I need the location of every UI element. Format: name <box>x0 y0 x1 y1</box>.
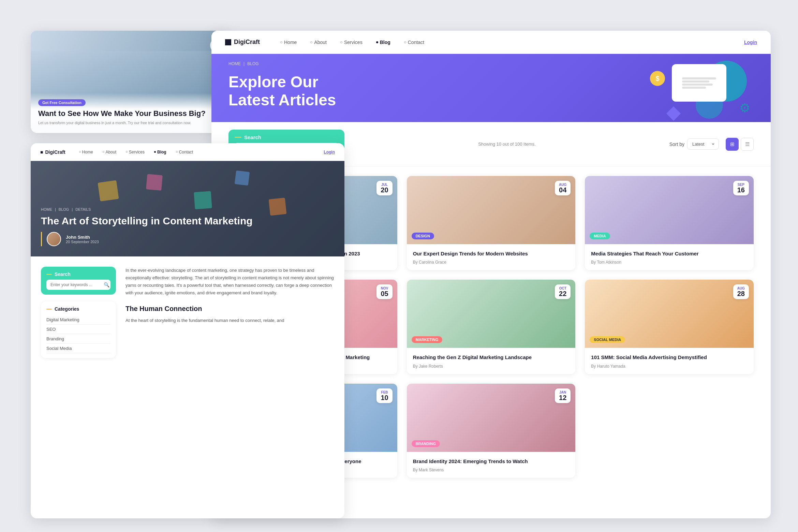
blog-card-author-3: By Tom Atkinson <box>591 260 748 265</box>
detail-hero-content: HOME | BLOG | DETAILS The Art of Storyte… <box>41 207 334 246</box>
detail-hero: HOME | BLOG | DETAILS The Art of Storyte… <box>31 161 344 256</box>
cat-badge-5: MARKETING <box>412 336 443 343</box>
view-toggle-btns: ⊞ ☰ <box>726 138 754 151</box>
blog-card-title-8: Brand Identity 2024: Emerging Trends to … <box>413 458 570 465</box>
detail-section-text: At the heart of storytelling is the fund… <box>125 317 334 324</box>
detail-logo-icon: ■ <box>40 149 43 155</box>
blog-card-title-6: 101 SMM: Social Media Advertising Demyst… <box>591 354 748 361</box>
deco-gear: ⚙ <box>739 101 750 115</box>
nav-link-services[interactable]: Services <box>340 40 363 45</box>
detail-nav-logo: ■ DigiCraft <box>40 149 65 155</box>
detail-categories-widget: Categories Digital Marketing SEO Brandin… <box>41 301 116 358</box>
blog-card-img-3: SEP 16 MEDIA <box>585 176 754 244</box>
detail-body-layout: Search 🔍 Categories Digital Marketing SE… <box>31 256 344 368</box>
detail-nav-bar: ■ DigiCraft Home About Services Blog <box>31 143 344 161</box>
nav-dot-blog <box>376 41 378 43</box>
hero-breadcrumb: HOME | BLOG <box>228 61 258 66</box>
detail-category-item-1[interactable]: Digital Marketing <box>46 315 110 325</box>
nav-dot-about <box>310 41 312 43</box>
blog-card-3[interactable]: SEP 16 MEDIA Media Strategies That Reach… <box>585 176 754 270</box>
deco-diamond <box>666 106 681 121</box>
detail-logo-text: DigiCraft <box>45 149 65 155</box>
cat-badge-2: DESIGN <box>412 233 434 239</box>
detail-search-icon: 🔍 <box>104 282 109 287</box>
detail-search-label: Search <box>46 271 110 277</box>
detail-nav-dot-services <box>126 151 128 153</box>
hero-banner: HOME | BLOG Explore Our Latest Articles … <box>211 54 771 122</box>
blog-card-author-6: By Haruto Yamada <box>591 364 748 369</box>
blog-card-title-5: Reaching the Gen Z Digital Marketing Lan… <box>413 354 570 361</box>
search-label: Search <box>235 134 338 140</box>
sortby-dropdown[interactable]: Latest Oldest Popular <box>687 138 719 150</box>
detail-nav-contact[interactable]: Contact <box>176 150 193 154</box>
nav-links: Home About Services Blog Contact <box>280 40 744 45</box>
blog-card-img-2: AUG 04 DESIGN <box>407 176 576 244</box>
grid-view-button[interactable]: ⊞ <box>726 138 739 151</box>
detail-nav-dot-home <box>79 151 81 153</box>
detail-author-row: John Smith 20 September 2023 <box>41 232 334 246</box>
detail-search-input-wrap[interactable]: 🔍 <box>46 280 110 290</box>
blog-card-5[interactable]: OCT 22 MARKETING Reaching the Gen Z Digi… <box>407 280 576 374</box>
detail-nav-blog[interactable]: Blog <box>154 150 166 154</box>
date-badge-4: NOV 05 <box>376 284 392 299</box>
topleft-title: Want to See How We Make Your Business Bi… <box>38 109 224 118</box>
logo-icon: ■ <box>225 39 231 45</box>
list-view-button[interactable]: ☰ <box>741 138 754 151</box>
detail-sidebar: Search 🔍 Categories Digital Marketing SE… <box>41 267 116 358</box>
blog-card-img-5: OCT 22 MARKETING <box>407 280 576 348</box>
consultation-badge: Get Free Consultation <box>38 99 86 106</box>
nav-link-about[interactable]: About <box>310 40 327 45</box>
blog-card-author-5: By Jake Roberts <box>413 364 570 369</box>
detail-search-widget: Search 🔍 <box>41 267 116 295</box>
date-badge-6: AUG 28 <box>733 284 749 299</box>
topleft-preview-card: ▶ Get Free Consultation Want to See How … <box>31 31 232 133</box>
detail-nav-about[interactable]: About <box>103 150 116 154</box>
blog-card-6[interactable]: AUG 28 SOCIAL MEDIA 101 SMM: Social Medi… <box>585 280 754 374</box>
detail-categories-label: Categories <box>46 306 110 312</box>
detail-body-text: In the ever-evolving landscape of conten… <box>125 267 334 297</box>
detail-nav-dot-about <box>103 151 104 153</box>
cat-badge-8: BRANDING <box>412 440 440 447</box>
blog-card-8[interactable]: JAN 12 BRANDING Brand Identity 2024: Eme… <box>407 384 576 478</box>
logo-text: DigiCraft <box>234 39 260 46</box>
nav-link-blog[interactable]: Blog <box>376 40 390 45</box>
detail-category-item-4[interactable]: Social Media <box>46 344 110 353</box>
blog-card-title-3: Media Strategies That Reach Your Custome… <box>591 250 748 257</box>
date-badge-3: SEP 16 <box>733 181 749 195</box>
detail-main-content: In the ever-evolving landscape of conten… <box>125 267 334 358</box>
detail-author-avatar <box>47 232 61 246</box>
deco-dollar: $ <box>650 71 665 86</box>
date-badge-2: AUG 04 <box>555 181 571 195</box>
nav-dot-services <box>340 41 342 43</box>
detail-category-item-3[interactable]: Branding <box>46 334 110 344</box>
blog-card-2[interactable]: AUG 04 DESIGN Our Expert Design Trends f… <box>407 176 576 270</box>
detail-author-date: 20 September 2023 <box>66 240 99 244</box>
detail-section-title: The Human Connection <box>125 305 334 313</box>
nav-bar: ■ DigiCraft Home About Services Blog <box>211 31 771 54</box>
hero-deco: $ ⚙ <box>614 54 757 122</box>
showing-text: Showing 10 out of 100 Items. <box>351 142 663 147</box>
date-badge-5: OCT 22 <box>555 284 571 299</box>
detail-nav-links: Home About Services Blog Contact <box>79 150 324 154</box>
hero-title: Explore Our Latest Articles <box>228 73 336 109</box>
blog-card-title-2: Our Expert Design Trends for Modern Webs… <box>413 250 570 257</box>
detail-nav-dot-blog <box>154 151 156 153</box>
cat-badge-3: MEDIA <box>590 233 610 239</box>
date-badge-7: FEB 10 <box>376 388 392 403</box>
blog-card-author-2: By Carolina Grace <box>413 260 570 265</box>
detail-search-input[interactable] <box>50 282 102 287</box>
sortby-wrap: Sort by Latest Oldest Popular <box>669 138 719 150</box>
detail-author-name: John Smith <box>66 235 99 240</box>
detail-breadcrumb: HOME | BLOG | DETAILS <box>41 207 334 211</box>
sortby-label: Sort by <box>669 142 684 147</box>
blog-detail-card: ■ DigiCraft Home About Services Blog <box>31 143 344 518</box>
nav-logo: ■ DigiCraft <box>225 39 260 46</box>
detail-nav-login[interactable]: Login <box>324 150 335 154</box>
detail-nav-services[interactable]: Services <box>126 150 145 154</box>
nav-link-home[interactable]: Home <box>280 40 297 45</box>
date-badge-1: JUL 20 <box>376 181 392 195</box>
nav-login-link[interactable]: Login <box>744 40 757 45</box>
nav-link-contact[interactable]: Contact <box>404 40 424 45</box>
detail-category-item-2[interactable]: SEO <box>46 325 110 334</box>
detail-nav-home[interactable]: Home <box>79 150 93 154</box>
